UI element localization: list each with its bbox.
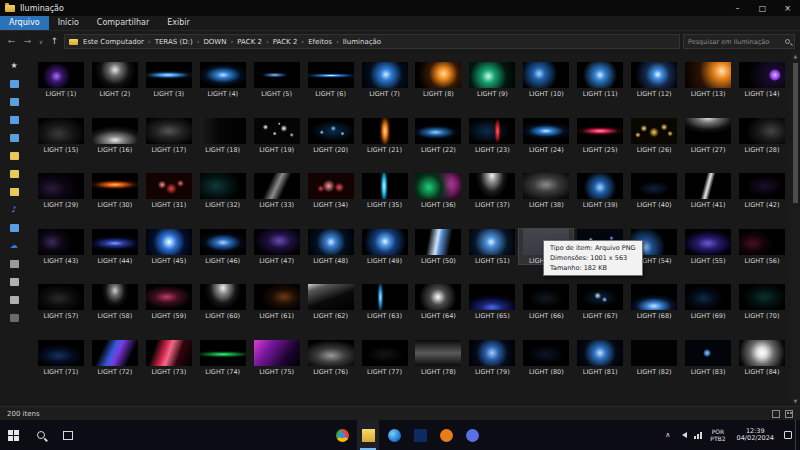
start-button[interactable] — [0, 420, 27, 450]
file-item[interactable]: LIGHT (23) — [465, 118, 519, 154]
file-item[interactable]: LIGHT (69) — [681, 284, 735, 320]
up-icon[interactable]: ↑ — [48, 37, 61, 46]
file-item[interactable]: LIGHT (62) — [304, 284, 358, 320]
this-pc-icon[interactable] — [8, 259, 20, 269]
file-item[interactable]: LIGHT (30) — [88, 173, 142, 209]
file-item[interactable]: LIGHT (47) — [250, 229, 304, 265]
language-indicator[interactable]: POR PTB2 — [705, 428, 730, 442]
file-item[interactable]: LIGHT (26) — [627, 118, 681, 154]
file-item[interactable]: LIGHT (25) — [573, 118, 627, 154]
file-item[interactable]: LIGHT (78) — [411, 340, 465, 376]
scrollbar-thumb[interactable] — [793, 63, 798, 203]
drive-c-icon[interactable] — [8, 277, 20, 287]
volume-icon[interactable] — [675, 420, 690, 450]
file-item[interactable]: LIGHT (27) — [681, 118, 735, 154]
file-item[interactable]: LIGHT (80) — [519, 340, 573, 376]
back-icon[interactable]: ← — [5, 37, 18, 46]
file-item[interactable]: LIGHT (2) — [88, 62, 142, 98]
file-item[interactable]: LIGHT (83) — [681, 340, 735, 376]
scroll-up-icon[interactable]: ▲ — [794, 52, 798, 61]
file-item[interactable]: LIGHT (28) — [735, 118, 789, 154]
file-item[interactable]: LIGHT (38) — [519, 173, 573, 209]
music-icon[interactable]: ♪ — [8, 205, 20, 215]
file-item[interactable]: LIGHT (37) — [465, 173, 519, 209]
file-item[interactable]: LIGHT (33) — [250, 173, 304, 209]
scroll-down-icon[interactable]: ▼ — [794, 397, 798, 406]
file-item[interactable]: LIGHT (11) — [573, 62, 627, 98]
file-item[interactable]: LIGHT (15) — [34, 118, 88, 154]
file-item[interactable]: LIGHT (64) — [411, 284, 465, 320]
file-item[interactable]: LIGHT (76) — [304, 340, 358, 376]
downloads-icon[interactable] — [8, 97, 20, 107]
folder-pack-icon[interactable] — [8, 151, 20, 161]
breadcrumb-item[interactable]: TERAS (D:) — [153, 38, 195, 46]
file-item[interactable]: LIGHT (63) — [358, 284, 412, 320]
file-item[interactable]: LIGHT (79) — [465, 340, 519, 376]
file-item[interactable]: LIGHT (3) — [142, 62, 196, 98]
file-item[interactable]: LIGHT (39) — [573, 173, 627, 209]
file-item[interactable]: LIGHT (70) — [735, 284, 789, 320]
breadcrumb-item[interactable]: Este Computador — [81, 38, 146, 46]
tab-compartilhar[interactable]: Compartilhar — [88, 16, 158, 30]
file-item[interactable]: LIGHT (17) — [142, 118, 196, 154]
taskbar-search-button[interactable] — [27, 420, 54, 450]
address-field[interactable]: Este Computador›TERAS (D:)›DOWN›PACK 2›P… — [64, 34, 680, 49]
thumbnails-view-icon[interactable] — [785, 410, 793, 418]
file-item[interactable]: LIGHT (34) — [304, 173, 358, 209]
onedrive-icon[interactable]: ☁ — [8, 241, 20, 251]
file-item[interactable]: LIGHT (7) — [358, 62, 412, 98]
file-item[interactable]: LIGHT (18) — [196, 118, 250, 154]
file-item[interactable]: LIGHT (4) — [196, 62, 250, 98]
documents-icon[interactable] — [8, 115, 20, 125]
show-desktop-button[interactable] — [795, 420, 800, 450]
file-item[interactable]: LIGHT (13) — [681, 62, 735, 98]
photoshop-icon[interactable] — [409, 420, 431, 450]
file-item[interactable]: LIGHT (61) — [250, 284, 304, 320]
close-button[interactable]: × — [775, 0, 800, 16]
pictures-icon[interactable] — [8, 133, 20, 143]
file-item[interactable]: LIGHT (29) — [34, 173, 88, 209]
videos-icon[interactable] — [8, 223, 20, 233]
file-explorer-icon[interactable] — [357, 420, 379, 450]
chrome-icon[interactable] — [331, 420, 353, 450]
file-item[interactable]: LIGHT (84) — [735, 340, 789, 376]
file-item[interactable]: LIGHT (60) — [196, 284, 250, 320]
file-item[interactable]: LIGHT (19) — [250, 118, 304, 154]
breadcrumb-item[interactable]: Efeitos — [306, 38, 334, 46]
vertical-scrollbar[interactable]: ▲ ▼ — [791, 52, 800, 406]
action-center-icon[interactable] — [780, 420, 795, 450]
file-item[interactable]: LIGHT (77) — [358, 340, 412, 376]
file-item[interactable]: LIGHT (32) — [196, 173, 250, 209]
file-item[interactable]: LIGHT (55) — [681, 229, 735, 265]
file-item[interactable]: LIGHT (43) — [34, 229, 88, 265]
desktop-icon[interactable] — [8, 79, 20, 89]
file-item[interactable]: LIGHT (75) — [250, 340, 304, 376]
scrollbar-track[interactable] — [791, 61, 800, 397]
minimize-button[interactable]: – — [725, 0, 750, 16]
file-item[interactable]: LIGHT (20) — [304, 118, 358, 154]
file-item[interactable]: LIGHT (58) — [88, 284, 142, 320]
file-item[interactable]: LIGHT (22) — [411, 118, 465, 154]
file-item[interactable]: LIGHT (73) — [142, 340, 196, 376]
file-item[interactable]: LIGHT (46) — [196, 229, 250, 265]
breadcrumb-item[interactable]: PACK 2 — [235, 38, 264, 46]
file-item[interactable]: LIGHT (71) — [34, 340, 88, 376]
file-item[interactable]: LIGHT (6) — [304, 62, 358, 98]
file-item[interactable]: LIGHT (21) — [358, 118, 412, 154]
tab-inicio[interactable]: Início — [49, 16, 88, 30]
breadcrumb-item[interactable]: PACK 2 — [271, 38, 300, 46]
file-item[interactable]: LIGHT (12) — [627, 62, 681, 98]
search-icon[interactable] — [785, 39, 790, 44]
media-player-icon[interactable] — [435, 420, 457, 450]
file-item[interactable]: LIGHT (1) — [34, 62, 88, 98]
network-icon[interactable] — [8, 313, 20, 323]
forward-icon[interactable]: → — [21, 37, 34, 46]
file-item[interactable]: LIGHT (16) — [88, 118, 142, 154]
maximize-button[interactable]: □ — [750, 0, 775, 16]
file-item[interactable]: LIGHT (67) — [573, 284, 627, 320]
file-item[interactable]: LIGHT (40) — [627, 173, 681, 209]
history-dropdown-icon[interactable]: ∨ — [37, 39, 45, 45]
edge-icon[interactable] — [383, 420, 405, 450]
quick-access-star-icon[interactable]: ★ — [8, 61, 20, 71]
search-input[interactable] — [688, 38, 782, 46]
